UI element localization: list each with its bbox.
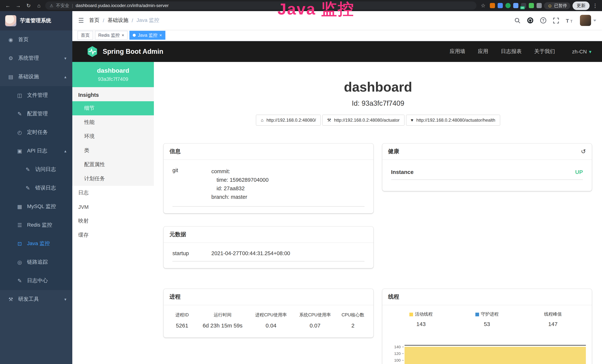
sidebar-item[interactable]: ▣ API 日志 ▴	[0, 142, 72, 160]
svg-text:T: T	[570, 19, 572, 23]
sba-menu-item[interactable]: 环境	[72, 129, 154, 143]
info-value-line: branch: master	[211, 193, 364, 201]
sba-nav-item[interactable]: 应用	[478, 48, 488, 55]
threads-chart-plot	[404, 343, 586, 364]
address-bar[interactable]: ⚠ 不安全 | dashboard.yudao.iocoder.cn/infra…	[45, 1, 476, 10]
sba-menu-item[interactable]: 日志	[72, 186, 154, 200]
sba-menu-item[interactable]: 类	[72, 143, 154, 158]
sidebar-item[interactable]: ☰ Redis 监控	[0, 216, 72, 234]
info-value-line: id: 27aa832	[211, 184, 364, 193]
sidebar-item[interactable]: ▦ MySQL 监控	[0, 197, 72, 216]
tag-view[interactable]: 首页	[77, 31, 93, 40]
extension-icon[interactable]	[513, 3, 518, 8]
instance-link[interactable]: ♥ http://192.168.0.2:48080/actuator/heal…	[406, 115, 500, 126]
link-url: http://192.168.0.2:48080/	[266, 118, 316, 123]
extension-icon[interactable]	[529, 3, 534, 8]
extension-badge: on	[520, 6, 525, 9]
extension-icon[interactable]: on	[521, 3, 526, 8]
user-menu[interactable]	[580, 15, 596, 26]
extensions-row: on	[490, 3, 542, 8]
threads-card: 线程 活动线程	[382, 289, 592, 364]
menu-item-label: 定时任务	[27, 129, 48, 136]
menu-item-label: 研发工具	[18, 296, 39, 303]
app-title: 芋道管理系统	[20, 17, 51, 24]
sba-menu-item[interactable]: JVM	[72, 200, 154, 214]
process-stat-value: 0.07	[310, 322, 320, 329]
browser-menu-icon[interactable]: ⋮	[592, 3, 599, 9]
sidebar-item[interactable]: ▤ 基础设施 ▴	[0, 67, 72, 86]
chevron-icon: ▴	[64, 74, 66, 79]
sidebar-item[interactable]: ✎ 日志中心	[0, 271, 72, 290]
sidebar-item[interactable]: ◉ 首页	[0, 30, 72, 49]
sidebar-item[interactable]: ⊡ Java 监控	[0, 234, 72, 253]
extension-icon[interactable]	[505, 3, 511, 8]
link-icon: ⌂	[261, 118, 264, 123]
tag-close-icon[interactable]: ×	[122, 33, 124, 37]
sidebar-item[interactable]: ✎ 访问日志	[0, 160, 72, 179]
legend-value: 53	[484, 321, 490, 327]
sidebar-item[interactable]: ⚒ 研发工具 ▾	[0, 290, 72, 309]
sidebar-item[interactable]: ⚙ 系统管理 ▾	[0, 49, 72, 67]
sba-menu-item[interactable]: 配置属性	[72, 158, 154, 172]
sidebar-item[interactable]: ✎ 错误日志	[0, 179, 72, 197]
home-button[interactable]: ⌂	[35, 1, 43, 10]
reload-button[interactable]: ↻	[24, 1, 33, 10]
menu-item-label: 基础设施	[18, 74, 39, 80]
tag-close-icon[interactable]: ×	[159, 33, 162, 37]
process-stat-value: 2	[351, 322, 355, 329]
menu-item-label: 文件管理	[27, 92, 48, 99]
sidebar-item[interactable]: ◴ 定时任务	[0, 123, 72, 142]
sba-nav-item[interactable]: 日志报表	[501, 48, 522, 55]
paused-badge[interactable]: ☺ 已暂停	[544, 2, 570, 9]
threads-legend-item: 守护进程 53	[454, 311, 520, 327]
info-key: git	[172, 167, 211, 201]
extension-icon[interactable]	[498, 3, 503, 8]
sidebar-item[interactable]: ◫ 文件管理	[0, 86, 72, 105]
sba-menu-item[interactable]: 映射	[72, 214, 154, 228]
bookmark-star-icon[interactable]: ☆	[479, 2, 488, 9]
legend-value: 147	[548, 321, 558, 327]
history-icon[interactable]: ↺	[581, 149, 586, 154]
sba-instance-header[interactable]: dashboard 93a3fc7f7409	[72, 62, 154, 87]
chevron-icon: ▾	[64, 56, 66, 61]
breadcrumb-separator: /	[103, 17, 104, 23]
font-size-icon[interactable]: TT	[566, 17, 574, 23]
back-button[interactable]: ←	[4, 1, 12, 10]
sba-menu-item[interactable]: 缓存	[72, 228, 154, 242]
instance-link[interactable]: ⚒ http://192.168.0.2:48080/actuator	[322, 115, 404, 126]
breadcrumb-separator: /	[132, 17, 133, 23]
health-card-title: 健康	[388, 148, 399, 155]
extension-icon[interactable]	[537, 3, 542, 8]
forward-button[interactable]: →	[14, 1, 22, 10]
breadcrumb-item[interactable]: 基础设施	[108, 17, 128, 24]
search-icon[interactable]	[514, 17, 521, 23]
sba-nav-item[interactable]: 关于我们	[534, 48, 555, 55]
sba-menu-item[interactable]: 细节	[72, 101, 154, 115]
info-card: 信息 git commit:	[163, 143, 373, 213]
extension-icon[interactable]	[490, 3, 495, 8]
metadata-card: 元数据 startup 2021-04-27T00:44:31.254+08:0…	[163, 227, 373, 268]
hamburger-icon[interactable]: ☰	[78, 17, 84, 24]
threads-legend-item: 线程峰值 147	[520, 311, 586, 327]
sba-language-selector[interactable]: zh-CN ▾	[572, 49, 591, 54]
url-text: dashboard.yudao.iocoder.cn/infra/admin-s…	[76, 3, 169, 8]
instance-link[interactable]: ⌂ http://192.168.0.2:48080/	[256, 115, 321, 126]
github-icon[interactable]	[527, 17, 534, 24]
tag-view[interactable]: Java 监控 ×	[129, 31, 165, 40]
sba-nav-item[interactable]: 应用墙	[450, 48, 465, 55]
menu-item-icon: ⚒	[7, 296, 14, 302]
update-button[interactable]: 更新	[572, 1, 590, 10]
sba-menu-item[interactable]: 性能	[72, 115, 154, 129]
tag-view[interactable]: Redis 监控 ×	[95, 31, 128, 40]
sba-menu-item[interactable]: 计划任务	[72, 172, 154, 186]
sidebar-item[interactable]: ✎ 配置管理	[0, 105, 72, 123]
link-url: http://192.168.0.2:48080/actuator/health	[416, 118, 495, 123]
fullscreen-icon[interactable]	[553, 17, 559, 23]
header-actions: ? TT	[514, 15, 596, 26]
legend-swatch	[409, 312, 413, 316]
breadcrumb-item[interactable]: 首页	[89, 17, 100, 24]
process-stat: 进程ID 5261	[168, 312, 196, 329]
menu-item-icon: ✎	[24, 185, 31, 191]
sidebar-item[interactable]: ◎ 链路追踪	[0, 253, 72, 271]
help-icon[interactable]: ?	[540, 17, 547, 24]
